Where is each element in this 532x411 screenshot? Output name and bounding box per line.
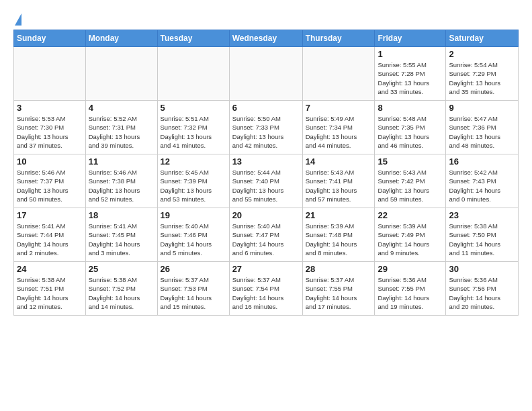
day-number: 16 xyxy=(449,156,515,167)
calendar-cell: 6Sunrise: 5:50 AMSunset: 7:33 PMDaylight… xyxy=(229,101,302,154)
day-info: Sunrise: 5:37 AMSunset: 7:55 PMDaylight:… xyxy=(306,275,372,311)
calendar-cell: 27Sunrise: 5:37 AMSunset: 7:54 PMDayligh… xyxy=(229,262,302,316)
day-info: Sunrise: 5:42 AMSunset: 7:43 PMDaylight:… xyxy=(449,168,515,203)
calendar-cell: 23Sunrise: 5:38 AMSunset: 7:50 PMDayligh… xyxy=(446,208,519,262)
header xyxy=(13,11,519,26)
day-number: 2 xyxy=(449,49,515,59)
calendar-week-row: 10Sunrise: 5:46 AMSunset: 7:37 PMDayligh… xyxy=(14,154,519,208)
day-info: Sunrise: 5:54 AMSunset: 7:29 PMDaylight:… xyxy=(449,60,515,96)
day-info: Sunrise: 5:40 AMSunset: 7:46 PMDaylight:… xyxy=(161,222,226,257)
calendar-header-tuesday: Tuesday xyxy=(157,30,229,47)
calendar-cell: 16Sunrise: 5:42 AMSunset: 7:43 PMDayligh… xyxy=(446,154,519,208)
calendar-cell xyxy=(14,47,86,101)
day-info: Sunrise: 5:37 AMSunset: 7:54 PMDaylight:… xyxy=(232,275,300,311)
calendar-header-thursday: Thursday xyxy=(302,30,375,47)
calendar-cell xyxy=(85,47,157,101)
calendar-cell: 5Sunrise: 5:51 AMSunset: 7:32 PMDaylight… xyxy=(157,101,229,154)
calendar-cell xyxy=(302,47,375,101)
calendar-cell: 11Sunrise: 5:46 AMSunset: 7:38 PMDayligh… xyxy=(85,154,157,208)
day-info: Sunrise: 5:48 AMSunset: 7:35 PMDaylight:… xyxy=(378,114,443,150)
calendar-cell xyxy=(157,47,229,101)
day-info: Sunrise: 5:46 AMSunset: 7:38 PMDaylight:… xyxy=(89,168,154,203)
page: SundayMondayTuesdayWednesdayThursdayFrid… xyxy=(0,0,532,326)
day-number: 14 xyxy=(306,156,372,167)
day-info: Sunrise: 5:52 AMSunset: 7:31 PMDaylight:… xyxy=(89,114,154,150)
calendar-cell: 28Sunrise: 5:37 AMSunset: 7:55 PMDayligh… xyxy=(302,262,375,316)
calendar-cell: 18Sunrise: 5:41 AMSunset: 7:45 PMDayligh… xyxy=(85,208,157,262)
calendar-cell: 10Sunrise: 5:46 AMSunset: 7:37 PMDayligh… xyxy=(14,154,86,208)
calendar-cell: 3Sunrise: 5:53 AMSunset: 7:30 PMDaylight… xyxy=(14,101,86,154)
calendar-cell: 12Sunrise: 5:45 AMSunset: 7:39 PMDayligh… xyxy=(157,154,229,208)
calendar-cell: 7Sunrise: 5:49 AMSunset: 7:34 PMDaylight… xyxy=(302,101,375,154)
calendar-table: SundayMondayTuesdayWednesdayThursdayFrid… xyxy=(13,30,519,316)
calendar-cell: 1Sunrise: 5:55 AMSunset: 7:28 PMDaylight… xyxy=(375,47,446,101)
calendar-cell: 19Sunrise: 5:40 AMSunset: 7:46 PMDayligh… xyxy=(157,208,229,262)
calendar-cell: 21Sunrise: 5:39 AMSunset: 7:48 PMDayligh… xyxy=(302,208,375,262)
day-number: 20 xyxy=(232,210,300,220)
calendar-cell: 9Sunrise: 5:47 AMSunset: 7:36 PMDaylight… xyxy=(446,101,519,154)
day-number: 10 xyxy=(17,156,83,167)
day-number: 21 xyxy=(306,210,372,220)
day-number: 3 xyxy=(17,103,83,113)
day-number: 29 xyxy=(378,264,443,274)
calendar-header-row: SundayMondayTuesdayWednesdayThursdayFrid… xyxy=(14,30,519,47)
day-number: 27 xyxy=(232,264,300,274)
day-number: 8 xyxy=(378,103,443,113)
day-number: 17 xyxy=(17,210,83,220)
day-number: 1 xyxy=(378,49,443,59)
calendar-cell xyxy=(229,47,302,101)
day-info: Sunrise: 5:44 AMSunset: 7:40 PMDaylight:… xyxy=(232,168,300,203)
calendar-header-wednesday: Wednesday xyxy=(229,30,302,47)
day-info: Sunrise: 5:51 AMSunset: 7:32 PMDaylight:… xyxy=(161,114,226,150)
day-info: Sunrise: 5:43 AMSunset: 7:41 PMDaylight:… xyxy=(306,168,372,203)
day-info: Sunrise: 5:46 AMSunset: 7:37 PMDaylight:… xyxy=(17,168,83,203)
day-info: Sunrise: 5:36 AMSunset: 7:56 PMDaylight:… xyxy=(449,275,515,311)
day-info: Sunrise: 5:38 AMSunset: 7:52 PMDaylight:… xyxy=(89,275,154,311)
day-number: 13 xyxy=(232,156,300,167)
day-number: 5 xyxy=(161,103,226,113)
logo-triangle-icon xyxy=(15,13,21,26)
day-info: Sunrise: 5:45 AMSunset: 7:39 PMDaylight:… xyxy=(161,168,226,203)
day-number: 7 xyxy=(306,103,372,113)
day-info: Sunrise: 5:36 AMSunset: 7:55 PMDaylight:… xyxy=(378,275,443,311)
day-number: 19 xyxy=(161,210,226,220)
day-info: Sunrise: 5:43 AMSunset: 7:42 PMDaylight:… xyxy=(378,168,443,203)
day-info: Sunrise: 5:37 AMSunset: 7:53 PMDaylight:… xyxy=(161,275,226,311)
calendar-cell: 14Sunrise: 5:43 AMSunset: 7:41 PMDayligh… xyxy=(302,154,375,208)
day-info: Sunrise: 5:53 AMSunset: 7:30 PMDaylight:… xyxy=(17,114,83,150)
calendar-cell: 15Sunrise: 5:43 AMSunset: 7:42 PMDayligh… xyxy=(375,154,446,208)
calendar-week-row: 17Sunrise: 5:41 AMSunset: 7:44 PMDayligh… xyxy=(14,208,519,262)
day-number: 11 xyxy=(89,156,154,167)
calendar-cell: 29Sunrise: 5:36 AMSunset: 7:55 PMDayligh… xyxy=(375,262,446,316)
calendar-header-saturday: Saturday xyxy=(446,30,519,47)
day-number: 18 xyxy=(89,210,154,220)
calendar-cell: 24Sunrise: 5:38 AMSunset: 7:51 PMDayligh… xyxy=(14,262,86,316)
day-info: Sunrise: 5:47 AMSunset: 7:36 PMDaylight:… xyxy=(449,114,515,150)
day-info: Sunrise: 5:38 AMSunset: 7:51 PMDaylight:… xyxy=(17,275,83,311)
day-info: Sunrise: 5:49 AMSunset: 7:34 PMDaylight:… xyxy=(306,114,372,150)
day-number: 15 xyxy=(378,156,443,167)
calendar-cell: 2Sunrise: 5:54 AMSunset: 7:29 PMDaylight… xyxy=(446,47,519,101)
logo xyxy=(13,13,21,26)
calendar-cell: 4Sunrise: 5:52 AMSunset: 7:31 PMDaylight… xyxy=(85,101,157,154)
calendar-header-friday: Friday xyxy=(375,30,446,47)
day-number: 4 xyxy=(89,103,154,113)
calendar-week-row: 3Sunrise: 5:53 AMSunset: 7:30 PMDaylight… xyxy=(14,101,519,154)
day-info: Sunrise: 5:55 AMSunset: 7:28 PMDaylight:… xyxy=(378,60,443,96)
calendar-header-sunday: Sunday xyxy=(14,30,86,47)
day-number: 24 xyxy=(17,264,83,274)
day-number: 23 xyxy=(449,210,515,220)
calendar-header-monday: Monday xyxy=(85,30,157,47)
day-number: 22 xyxy=(378,210,443,220)
day-number: 12 xyxy=(161,156,226,167)
day-info: Sunrise: 5:50 AMSunset: 7:33 PMDaylight:… xyxy=(232,114,300,150)
day-number: 6 xyxy=(232,103,300,113)
calendar-week-row: 1Sunrise: 5:55 AMSunset: 7:28 PMDaylight… xyxy=(14,47,519,101)
day-number: 28 xyxy=(306,264,372,274)
day-info: Sunrise: 5:39 AMSunset: 7:48 PMDaylight:… xyxy=(306,222,372,257)
calendar-cell: 13Sunrise: 5:44 AMSunset: 7:40 PMDayligh… xyxy=(229,154,302,208)
day-number: 9 xyxy=(449,103,515,113)
calendar-week-row: 24Sunrise: 5:38 AMSunset: 7:51 PMDayligh… xyxy=(14,262,519,316)
day-number: 30 xyxy=(449,264,515,274)
day-info: Sunrise: 5:41 AMSunset: 7:44 PMDaylight:… xyxy=(17,222,83,257)
